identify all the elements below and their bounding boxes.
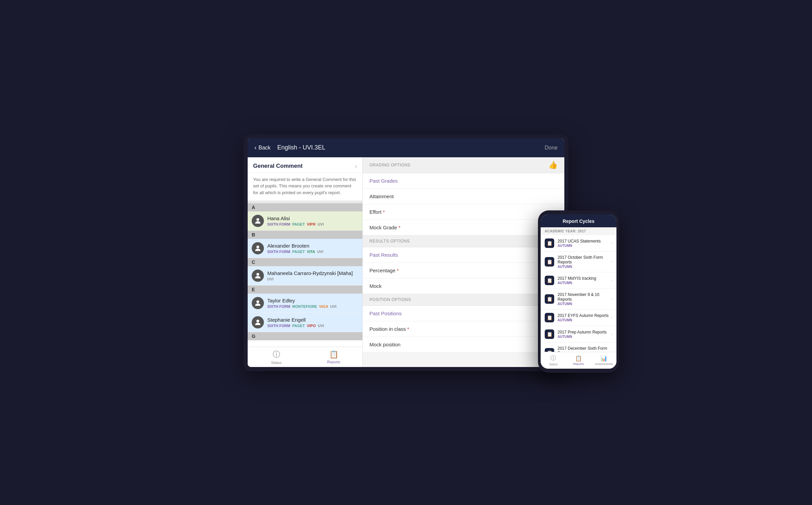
past-results-label: Past Results [369, 252, 398, 258]
nav-label-reports: Reports [327, 360, 340, 364]
option-row-mock[interactable]: Mock [363, 278, 564, 294]
mock-label: Mock [369, 283, 382, 289]
option-row-mock-position[interactable]: Mock position [363, 337, 564, 352]
tablet-body: General Comment › You are required to wr… [248, 157, 564, 367]
option-row-mock-grade[interactable]: Mock Grade * [363, 220, 564, 235]
phone-nav-status[interactable]: ⓘ Status [541, 352, 566, 369]
option-row-percentage[interactable]: Percentage * [363, 263, 564, 278]
right-panel: GRADING OPTIONS 👍 Past Grades Attainment… [363, 157, 564, 367]
nav-item-reports[interactable]: 📋 Reports [305, 347, 363, 367]
nav-label-status: Status [271, 361, 281, 365]
list-item-sub: AUTUMN [558, 281, 611, 285]
option-row-attainment[interactable]: Attainment [363, 189, 564, 204]
pupil-info: Alexander Brooten SIXTH FORM PAGET VITA … [267, 243, 358, 254]
list-item-sub: AUTUMN [558, 318, 611, 322]
chevron-icon: › [611, 297, 612, 301]
phone-bottom-nav: ⓘ Status 📋 Reports 📊 Assessments [541, 352, 616, 369]
percentage-label: Percentage [369, 268, 396, 273]
clipboard-icon: 📋 [547, 315, 552, 320]
tag: SIXTH FORM [267, 250, 290, 254]
tag: SIXTH FORM [267, 222, 290, 226]
tag: UVI [318, 324, 324, 328]
list-item[interactable]: 📋 2017 October Sixth Form Reports AUTUMN… [541, 252, 616, 272]
pupil-item[interactable]: Taylor Edley SIXTH FORM MONTEFIORE VIGA … [248, 294, 362, 313]
avatar [252, 215, 264, 227]
list-item[interactable]: 📋 2017 EYFS Autumn Reports AUTUMN › [541, 309, 616, 326]
list-item-sub: AUTUMN [558, 335, 611, 339]
report-icon: 📋 [545, 276, 554, 285]
option-row-past-positions[interactable]: Past Positions [363, 306, 564, 321]
pupil-item[interactable]: Alexander Brooten SIXTH FORM PAGET VITA … [248, 239, 362, 258]
results-options-label: RESULTS OPTIONS [369, 239, 410, 244]
phone-nav-status-label: Status [549, 363, 558, 366]
pupil-item[interactable]: Mahaneela Carraro-Rydzynski [Maha] UVI [248, 266, 362, 285]
svg-point-4 [256, 320, 259, 322]
list-item-sub: AUTUMN [558, 302, 611, 306]
pupil-tags: SIXTH FORM MONTEFIORE VIGA UVI [267, 304, 358, 308]
tag: PAGET [292, 250, 305, 254]
pupil-info: Taylor Edley SIXTH FORM MONTEFIORE VIGA … [267, 298, 358, 308]
chevron-icon: › [611, 259, 612, 264]
pupil-item[interactable]: Hana Alisi SIXTH FORM PAGET VIPR UVI [248, 211, 362, 231]
tag: PAGET [292, 222, 305, 226]
past-grades-label: Past Grades [369, 178, 398, 184]
tag: UVI [318, 222, 324, 226]
pupil-name: Taylor Edley [267, 298, 358, 303]
section-header-grading: GRADING OPTIONS 👍 [363, 157, 564, 173]
pupil-info: Stephanie Engell SIXTH FORM PAGET VIPO U… [267, 317, 358, 328]
phone-screen: Report Cycles ACADEMIC YEAR: 2017 📋 2017… [541, 214, 616, 369]
report-icon: 📋 [545, 238, 554, 248]
tag: MONTEFIORE [292, 304, 317, 308]
attainment-label: Attainment [369, 193, 394, 199]
assessments-icon: 📊 [601, 355, 607, 362]
phone-nav-assessments[interactable]: 📊 Assessments [591, 352, 616, 369]
back-button[interactable]: ‹ Back [254, 144, 271, 151]
phone-header: Report Cycles [541, 214, 616, 227]
clipboard-icon: 📋 [547, 296, 552, 302]
pupils-list: A Hana Alisi SIXTH FORM PAGET VIPR [248, 203, 362, 347]
list-item-title: 2017 Prep Autumn Reports [558, 330, 611, 335]
pupil-tags: UVI [267, 277, 358, 281]
left-panel: General Comment › You are required to wr… [248, 157, 363, 367]
option-row-effort[interactable]: Effort * [363, 204, 564, 220]
list-item[interactable]: 📋 2017 Prep Autumn Reports AUTUMN › [541, 326, 616, 343]
pupil-item[interactable]: Stephanie Engell SIXTH FORM PAGET VIPO U… [248, 313, 362, 332]
tag: SIXTH FORM [267, 304, 290, 308]
option-row-position-in-class[interactable]: Position in class * [363, 321, 564, 337]
list-item-content: 2017 EYFS Autumn Reports AUTUMN [558, 313, 611, 322]
list-item[interactable]: 📋 2017 UCAS Statements AUTUMN › [541, 235, 616, 252]
tablet-header: ‹ Back English - UVI.3EL Done [248, 138, 564, 157]
report-icon: 📋 [545, 348, 554, 352]
position-options-label: POSITION OPTIONS [369, 297, 411, 302]
reports-icon: 📋 [329, 350, 338, 359]
position-in-class-label: Position in class [369, 326, 406, 332]
list-item-sub: AUTUMN [558, 265, 611, 269]
pupil-tags: SIXTH FORM PAGET VIPR UVI [267, 222, 358, 226]
pupil-name: Hana Alisi [267, 215, 358, 221]
chevron-icon: › [611, 241, 612, 246]
grading-options-label: GRADING OPTIONS [369, 163, 410, 167]
general-comment-header[interactable]: General Comment › [248, 157, 362, 173]
list-item[interactable]: 📋 2017 MidYIS tracking AUTUMN › [541, 272, 616, 289]
list-item-content: 2017 October Sixth Form Reports AUTUMN [558, 255, 611, 269]
pupil-tags: SIXTH FORM PAGET VIPO UVI [267, 324, 358, 328]
report-icon: 📋 [545, 294, 554, 304]
option-row-past-grades[interactable]: Past Grades [363, 173, 564, 189]
done-button[interactable]: Done [545, 145, 558, 151]
info-icon: ⓘ [273, 349, 280, 360]
list-item[interactable]: 📋 2017 November 9 & 10 Reports AUTUMN › [541, 289, 616, 309]
tag: PAGET [292, 324, 305, 328]
phone-list: 📋 2017 UCAS Statements AUTUMN › 📋 2017 O… [541, 235, 616, 352]
avatar [252, 316, 264, 328]
phone-nav-reports[interactable]: 📋 Reports [566, 352, 591, 369]
tag: UVI [267, 277, 273, 281]
tag: VIGA [319, 304, 328, 308]
chevron-icon: › [611, 278, 612, 283]
option-row-past-results[interactable]: Past Results [363, 247, 564, 263]
mock-position-label: Mock position [369, 342, 401, 347]
clipboard-icon: 📋 [547, 331, 552, 337]
avatar [252, 242, 264, 254]
list-item-title: 2017 EYFS Autumn Reports [558, 313, 611, 318]
nav-item-status[interactable]: ⓘ Status [248, 347, 305, 367]
list-item[interactable]: 📋 2017 December Sixth Form Reports AUTUM… [541, 343, 616, 352]
